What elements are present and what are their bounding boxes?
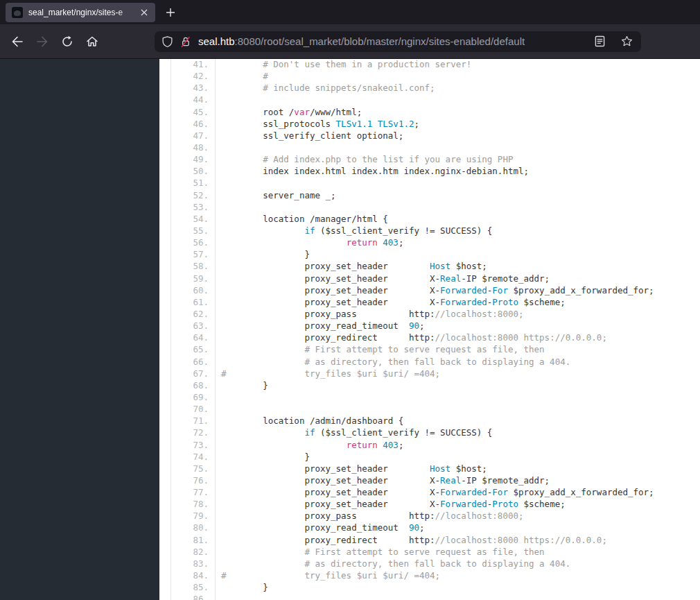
code-lines: # Don't use them in a production server!… (216, 59, 700, 600)
code-line: server_name _; (221, 189, 700, 201)
line-number[interactable]: 55. (171, 225, 209, 237)
line-number[interactable]: 63. (171, 320, 209, 332)
line-number[interactable]: 52. (171, 189, 209, 201)
line-number[interactable]: 41. (171, 59, 209, 70)
line-number[interactable]: 84. (171, 569, 209, 581)
code-line: proxy_read_timeout 90; (221, 522, 700, 533)
code-line: return 403; (221, 237, 700, 248)
navigation-toolbar: seal.htb:8080/root/seal_market/blob/mast… (0, 24, 700, 59)
sidebar-panel (0, 59, 159, 600)
line-number[interactable]: 61. (171, 296, 209, 308)
code-line: proxy_set_header X-Forwarded-Proto $sche… (221, 296, 700, 308)
line-number[interactable]: 68. (171, 379, 209, 391)
code-line: # First attempt to serve request as file… (221, 546, 700, 558)
line-number[interactable]: 73. (171, 439, 209, 451)
code-line: # try_files $uri $uri/ =404; (221, 368, 700, 379)
line-number[interactable]: 44. (171, 94, 209, 105)
line-number[interactable]: 69. (171, 391, 209, 403)
insecure-lock-icon[interactable] (180, 35, 191, 48)
code-line: proxy_set_header X-Real-IP $remote_addr; (221, 474, 700, 486)
code-line: } (221, 451, 700, 463)
line-number[interactable]: 75. (171, 463, 209, 474)
line-number[interactable]: 82. (171, 546, 209, 558)
code-line (221, 593, 700, 600)
line-number[interactable]: 65. (171, 343, 209, 355)
code-line: index index.html index.htm index.nginx-d… (221, 165, 700, 177)
line-number-gutter: 41.42.43.44.45.46.47.48.49.50.51.52.53.5… (171, 59, 216, 600)
line-number[interactable]: 74. (171, 451, 209, 463)
home-button[interactable] (82, 31, 103, 52)
line-number[interactable]: 70. (171, 403, 209, 415)
line-number[interactable]: 64. (171, 332, 209, 343)
reload-button[interactable] (57, 31, 78, 52)
code-line: proxy_set_header Host $host; (221, 260, 700, 272)
line-number[interactable]: 43. (171, 82, 209, 94)
code-line: proxy_read_timeout 90; (221, 320, 700, 332)
line-number[interactable]: 59. (171, 273, 209, 284)
code-line: # First attempt to serve request as file… (221, 343, 700, 355)
line-number[interactable]: 81. (171, 534, 209, 546)
code-line: proxy_pass http://localhost:8000; (221, 510, 700, 522)
line-number[interactable]: 78. (171, 498, 209, 510)
tab-close-icon[interactable] (137, 6, 151, 19)
code-line: proxy_set_header Host $host; (221, 463, 700, 474)
line-number[interactable]: 53. (171, 201, 209, 213)
line-number[interactable]: 60. (171, 284, 209, 296)
line-number[interactable]: 42. (171, 70, 209, 82)
forward-button[interactable] (32, 31, 53, 52)
line-number[interactable]: 50. (171, 165, 209, 177)
line-number[interactable]: 83. (171, 558, 209, 569)
tab-bar: seal_market/nginx/sites-e (0, 0, 700, 24)
line-number[interactable]: 72. (171, 427, 209, 438)
back-button[interactable] (7, 31, 28, 52)
tracking-protection-shield-icon[interactable] (161, 35, 173, 48)
code-line: if ($ssl_client_verify != SUCCESS) { (221, 427, 700, 438)
code-line: # as directory, then fall back to displa… (221, 558, 700, 569)
code-line: proxy_set_header X-Forwarded-For $proxy_… (221, 284, 700, 296)
line-number[interactable]: 54. (171, 213, 209, 225)
line-number[interactable]: 62. (171, 308, 209, 320)
line-number[interactable]: 48. (171, 142, 209, 153)
code-line: root /var/www/html; (221, 106, 700, 118)
code-line: proxy_redirect http://localhost:8000 htt… (221, 534, 700, 546)
gitea-file-view: 41.42.43.44.45.46.47.48.49.50.51.52.53.5… (159, 59, 700, 600)
code-line (221, 391, 700, 403)
url-bar[interactable]: seal.htb:8080/root/seal_market/blob/mast… (154, 31, 642, 53)
line-number[interactable]: 71. (171, 415, 209, 427)
new-tab-button[interactable] (161, 3, 180, 22)
line-number[interactable]: 56. (171, 237, 209, 248)
line-number[interactable]: 79. (171, 510, 209, 522)
line-number[interactable]: 85. (171, 581, 209, 593)
line-number[interactable]: 80. (171, 522, 209, 533)
browser-tab[interactable]: seal_market/nginx/sites-e (6, 3, 155, 22)
line-number[interactable]: 58. (171, 260, 209, 272)
line-number[interactable]: 49. (171, 153, 209, 165)
line-number[interactable]: 67. (171, 368, 209, 379)
tab-title: seal_market/nginx/sites-e (28, 3, 137, 22)
line-number[interactable]: 46. (171, 118, 209, 130)
line-number[interactable]: 57. (171, 248, 209, 260)
code-line: ssl_verify_client optional; (221, 130, 700, 142)
line-number[interactable]: 66. (171, 356, 209, 368)
line-number[interactable]: 51. (171, 177, 209, 189)
code-line: location /manager/html { (221, 213, 700, 225)
line-number[interactable]: 77. (171, 486, 209, 498)
code-line: # as directory, then fall back to displa… (221, 356, 700, 368)
code-line: return 403; (221, 439, 700, 451)
line-number[interactable]: 45. (171, 106, 209, 118)
reader-mode-icon[interactable] (595, 35, 605, 47)
code-line: if ($ssl_client_verify != SUCCESS) { (221, 225, 700, 237)
code-file-box: 41.42.43.44.45.46.47.48.49.50.51.52.53.5… (170, 59, 700, 600)
code-line (221, 177, 700, 189)
line-number[interactable]: 47. (171, 130, 209, 142)
code-line: # include snippets/snakeoil.conf; (221, 82, 700, 94)
code-line (221, 94, 700, 105)
code-line: proxy_redirect http://localhost:8000 htt… (221, 332, 700, 343)
bookmark-star-icon[interactable] (621, 35, 633, 47)
code-line: proxy_set_header X-Real-IP $remote_addr; (221, 273, 700, 284)
line-number[interactable]: 76. (171, 474, 209, 486)
url-domain: seal.htb (198, 35, 235, 47)
code-line (221, 142, 700, 153)
line-number[interactable]: 86. (171, 593, 209, 600)
code-line (221, 403, 700, 415)
